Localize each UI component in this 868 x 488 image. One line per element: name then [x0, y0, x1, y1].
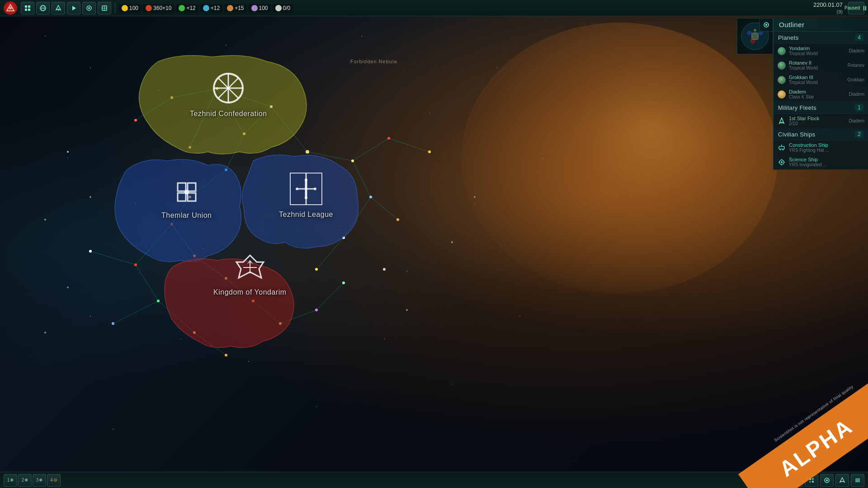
civilian-ships-count: 2 [855, 131, 863, 138]
list-item[interactable]: Construction Ship YRS Fighting Hat ... [774, 141, 868, 155]
svg-point-114 [765, 24, 767, 26]
planet-view-button[interactable] [820, 474, 834, 487]
science-ship-info: Science Ship YRS Invigorated ... [789, 157, 864, 167]
list-item[interactable]: Rotanev II Tropical World Rotanev [774, 58, 868, 73]
fleet-icon [777, 117, 786, 126]
planet-location: Diadem [849, 92, 864, 97]
consumer-value: +15 [235, 5, 244, 11]
unity-resource: 100 [249, 4, 271, 12]
planet-location: Grokkan [847, 77, 864, 82]
planet-info: Diadem Class K Star [789, 89, 846, 99]
speed-3-button[interactable]: 3 ❄ [33, 474, 46, 487]
speed-4-button[interactable]: 4 ⚙ [47, 474, 61, 487]
minerals-resource: 360+10 [143, 4, 174, 12]
science-ship-name: YRS Invigorated ... [789, 162, 864, 167]
list-item[interactable]: Yondarim Tropical World Diadem [774, 44, 868, 58]
planet-icon [777, 75, 786, 84]
planets-section-header[interactable]: Planets 4 [774, 32, 868, 44]
list-item[interactable]: Diadem Class K Star Diadem [774, 87, 868, 102]
planet-type: Tropical World [789, 51, 846, 56]
food-icon [179, 5, 185, 11]
alloys-resource: +12 [200, 4, 222, 12]
fleet-strength: 2/10 [789, 121, 846, 126]
military-fleets-section-header[interactable]: Military Fleets 1 [774, 102, 868, 114]
fleet-info: 1st Star Flock 2/10 [789, 116, 846, 126]
map-button[interactable] [36, 2, 50, 14]
date-value: 2200.01.07 [813, 1, 843, 8]
svg-rect-93 [25, 9, 27, 11]
unity-icon [251, 5, 258, 11]
planets-section-label: Planets [778, 34, 798, 41]
svg-rect-130 [809, 481, 811, 483]
planet-info: Yondarim Tropical World [789, 46, 846, 56]
speed-2-button[interactable]: 2 ❄ [18, 474, 32, 487]
civilian-ships-section-header[interactable]: Civilian Ships 2 [774, 128, 868, 141]
planet-location: Rotanev [848, 63, 864, 68]
svg-rect-117 [779, 146, 784, 149]
topbar: 100 360+10 +12 +12 +15 100 0/0 2200.01.0… [0, 0, 868, 16]
minerals-value: 360+10 [153, 5, 171, 11]
planet-icon [777, 47, 786, 56]
pause-button[interactable]: Paused ⏸ [848, 2, 864, 14]
planet-icon [777, 90, 786, 99]
fleet-location: Diadem [849, 118, 864, 123]
list-item[interactable]: 1st Star Flock 2/10 Diadem [774, 114, 868, 128]
svg-point-111 [754, 29, 756, 32]
outliner-panel: Outliner Planets 4 Yondarim Tropical Wor… [773, 18, 868, 170]
fleet-view-button[interactable] [835, 474, 849, 487]
planets-count: 4 [855, 34, 863, 41]
svg-point-133 [826, 479, 828, 481]
planet-name: Grokkan III [789, 75, 844, 80]
svg-rect-129 [812, 478, 814, 480]
map-settings-button[interactable] [760, 18, 773, 32]
speed-1-button[interactable]: 1 ❄ [4, 474, 17, 487]
planet-info: Rotanev II Tropical World [789, 60, 845, 70]
construction-ship-icon [777, 143, 786, 152]
ships-button[interactable] [52, 2, 65, 14]
influence-icon [275, 5, 282, 11]
military-fleets-label: Military Fleets [778, 104, 816, 111]
datetime-display: 2200.01.07 (9) [813, 1, 843, 15]
minerals-icon [146, 5, 152, 11]
tech-button[interactable] [98, 2, 111, 14]
influence-resource: 0/0 [273, 4, 293, 12]
svg-point-90 [9, 7, 12, 9]
energy-resource: 100 [119, 4, 141, 12]
menu-button[interactable] [851, 474, 864, 487]
svg-marker-134 [840, 478, 844, 482]
outliner-title: Outliner [774, 18, 868, 32]
pause-status: Paused [844, 5, 860, 10]
planet-type: Class K Star [789, 94, 846, 99]
food-value: +12 [186, 5, 195, 11]
energy-value: 100 [129, 5, 138, 11]
civilian-ships-label: Civilian Ships [778, 131, 815, 138]
planet-icon [777, 61, 786, 70]
colony-button[interactable] [82, 2, 96, 14]
svg-rect-94 [28, 9, 30, 11]
play-button[interactable] [67, 2, 80, 14]
consumer-resource: +15 [224, 4, 246, 12]
empire-button[interactable] [21, 2, 34, 14]
consumer-icon [227, 5, 233, 11]
speed-value: (9) [837, 9, 843, 14]
planet-name: Rotanev II [789, 60, 845, 66]
planet-info: Grokkan III Tropical World [789, 75, 844, 85]
planet-type: Tropical World [789, 66, 845, 70]
planet-name: Yondarim [789, 46, 846, 51]
food-resource: +12 [176, 4, 198, 12]
influence-value: 0/0 [283, 5, 291, 11]
planet-name: Diadem [789, 89, 846, 94]
list-item[interactable]: Grokkan III Tropical World Grokkan [774, 73, 868, 87]
planet-type: Tropical World [789, 80, 844, 85]
game-logo[interactable] [4, 1, 17, 15]
svg-rect-131 [812, 481, 814, 483]
svg-rect-91 [25, 5, 27, 8]
list-item[interactable]: Science Ship YRS Invigorated ... [774, 155, 868, 169]
planet-location: Diadem [849, 48, 864, 53]
military-fleets-count: 1 [855, 104, 863, 111]
construction-ship-info: Construction Ship YRS Fighting Hat ... [789, 142, 864, 153]
fleet-name: 1st Star Flock [789, 116, 846, 121]
construction-ship-type: Construction Ship [789, 142, 864, 148]
svg-point-126 [781, 161, 783, 163]
nebula-cloud [461, 23, 778, 294]
